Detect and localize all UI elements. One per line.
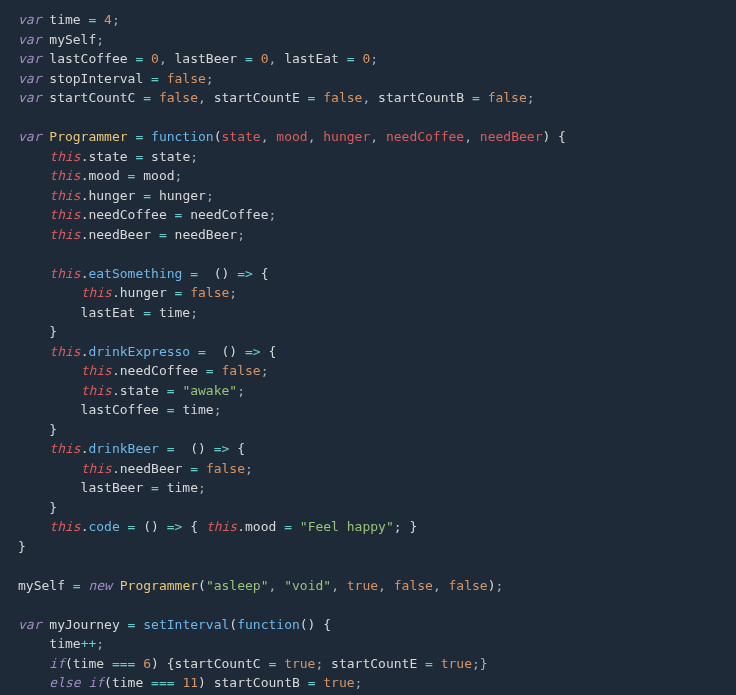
code-token: needCoffee	[386, 129, 464, 144]
code-token: )	[198, 675, 214, 690]
code-token: eatSomething	[88, 266, 190, 281]
code-token: ,	[331, 578, 347, 593]
code-token: ()	[222, 344, 245, 359]
code-token: "awake"	[182, 383, 237, 398]
code-token: this	[81, 285, 112, 300]
code-token: myJourney	[49, 617, 127, 632]
code-token: this	[206, 519, 237, 534]
code-token: startCountB	[378, 90, 472, 105]
code-token: new	[88, 578, 119, 593]
code-token: time	[73, 656, 112, 671]
code-line: var mySelf;	[18, 30, 718, 50]
code-token: startCountB	[214, 675, 308, 690]
code-line: }	[18, 322, 718, 342]
code-token: ===	[112, 656, 143, 671]
code-token: =	[472, 90, 488, 105]
code-token: state	[222, 129, 261, 144]
code-token: this	[81, 363, 112, 378]
code-token: ) {	[542, 129, 565, 144]
code-token: =>	[214, 441, 237, 456]
code-token: 0	[151, 51, 159, 66]
code-token: mood	[276, 129, 307, 144]
code-line: time++;	[18, 634, 718, 654]
code-token: this	[49, 188, 80, 203]
code-token: ;	[190, 149, 198, 164]
code-token	[18, 227, 49, 242]
code-token: =	[159, 227, 175, 242]
code-token: }	[18, 539, 26, 554]
code-token: ,	[362, 90, 378, 105]
code-token: }	[18, 324, 57, 339]
code-token: ;}	[472, 656, 488, 671]
code-line: if(time === 6) {startCountC = true; star…	[18, 654, 718, 674]
code-token: =	[135, 129, 151, 144]
code-token: .needBeer	[112, 461, 190, 476]
code-token: hunger	[323, 129, 370, 144]
code-token: (	[198, 578, 206, 593]
code-token: (	[104, 675, 112, 690]
code-line: }	[18, 498, 718, 518]
code-token: var	[18, 12, 49, 27]
code-token: .mood	[237, 519, 284, 534]
code-token: startCountE	[331, 656, 425, 671]
code-token: ; }	[394, 519, 417, 534]
code-line	[18, 108, 718, 128]
code-token: time	[182, 402, 213, 417]
code-token: {	[237, 441, 245, 456]
code-token: .hunger	[81, 188, 144, 203]
code-token: if	[49, 656, 65, 671]
code-token: startCountE	[214, 90, 308, 105]
code-token: false	[159, 90, 198, 105]
code-token: ,	[269, 578, 285, 593]
code-token: ++	[81, 636, 97, 651]
code-token: time	[49, 12, 88, 27]
code-token: drinkBeer	[88, 441, 166, 456]
code-token: mySelf	[49, 32, 96, 47]
code-token	[18, 285, 81, 300]
code-token: ;	[190, 305, 198, 320]
code-token: =	[128, 617, 144, 632]
code-token: =	[167, 383, 183, 398]
code-line	[18, 244, 718, 264]
code-token: ,	[159, 51, 175, 66]
code-token: ;	[112, 12, 120, 27]
code-token: Programmer	[49, 129, 135, 144]
code-token: var	[18, 71, 49, 86]
code-token: =	[143, 305, 159, 320]
code-token: ;	[527, 90, 535, 105]
code-token: ;	[237, 227, 245, 242]
code-token: {	[190, 519, 206, 534]
code-token: =	[284, 519, 300, 534]
code-token: =	[88, 12, 104, 27]
code-line: var lastCoffee = 0, lastBeer = 0, lastEa…	[18, 49, 718, 69]
code-token	[18, 207, 49, 222]
code-token	[18, 656, 49, 671]
code-line	[18, 556, 718, 576]
code-token: =	[73, 578, 89, 593]
code-token: false	[488, 90, 527, 105]
code-token: ;	[96, 636, 104, 651]
code-token: true	[284, 656, 315, 671]
code-line: this.needCoffee = false;	[18, 361, 718, 381]
code-line: this.drinkBeer = () => {	[18, 439, 718, 459]
code-token: ;	[268, 207, 276, 222]
code-token: =	[175, 207, 191, 222]
code-line	[18, 595, 718, 615]
code-token: .needCoffee	[81, 207, 175, 222]
code-token: ===	[151, 675, 182, 690]
code-token: Programmer	[120, 578, 198, 593]
code-token: time	[159, 305, 190, 320]
code-token: }	[18, 422, 57, 437]
code-line: var stopInterval = false;	[18, 69, 718, 89]
code-token: "void"	[284, 578, 331, 593]
code-token: =	[198, 344, 221, 359]
code-line: this.hunger = hunger;	[18, 186, 718, 206]
code-token: =	[308, 675, 324, 690]
code-token: =	[308, 90, 324, 105]
code-token: ;	[370, 51, 378, 66]
code-token: ,	[370, 129, 386, 144]
code-token	[18, 519, 49, 534]
code-token	[18, 168, 49, 183]
code-token: =	[175, 285, 191, 300]
code-token: ;	[206, 71, 214, 86]
